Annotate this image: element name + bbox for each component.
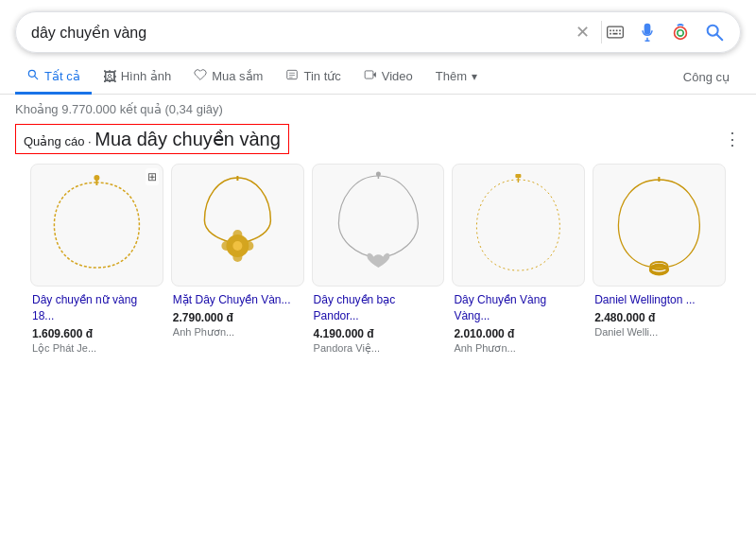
ad-label: Quảng cáo · Mua dây chuyền vàng — [24, 128, 281, 150]
product-image-3 — [313, 168, 444, 282]
svg-rect-6 — [613, 33, 618, 35]
keyboard-icon[interactable] — [606, 23, 625, 42]
product-info-4: Dây Chuyền Vàng Vàng... 2.010.000 đ Anh … — [452, 292, 585, 355]
product-shop-3: Pandora Việ... — [314, 342, 443, 355]
product-name-1: Dây chuyền nữ vàng 18... — [32, 292, 162, 324]
ad-more-icon[interactable]: ⋮ — [724, 129, 741, 149]
product-grid: ⊞ Dây chuyền nữ vàng 18... 1.609.600 đ L… — [15, 164, 741, 355]
product-image-wrap-1: ⊞ — [30, 164, 163, 287]
clear-icon[interactable]: ✕ — [576, 22, 590, 43]
product-price-2: 2.790.000 đ — [173, 311, 302, 324]
tab-shopping-label: Mua sắm — [212, 69, 263, 83]
product-card-5[interactable]: Daniel Wellington ... 2.480.000 đ Daniel… — [593, 164, 726, 355]
tab-shopping[interactable]: Mua sắm — [182, 61, 274, 95]
svg-point-11 — [678, 30, 683, 36]
shopping-icon — [194, 68, 207, 84]
svg-point-26 — [232, 241, 242, 251]
tools-button[interactable]: Công cụ — [672, 62, 741, 92]
product-price-5: 2.480.000 đ — [594, 311, 724, 324]
svg-point-29 — [221, 241, 231, 251]
product-image-4 — [453, 168, 584, 282]
svg-rect-20 — [365, 71, 373, 78]
ad-header: Quảng cáo · Mua dây chuyền vàng ⋮ — [15, 124, 741, 154]
svg-point-30 — [244, 241, 253, 251]
mic-icon[interactable] — [638, 23, 657, 42]
images-icon: 🖼 — [103, 69, 116, 84]
result-stats: Khoảng 9.770.000 kết quả (0,34 giây) — [0, 95, 756, 124]
expand-icon-1[interactable]: ⊞ — [146, 168, 159, 185]
product-card-4[interactable]: Dây Chuyền Vàng Vàng... 2.010.000 đ Anh … — [452, 164, 585, 355]
tab-images[interactable]: 🖼 Hình ảnh — [92, 61, 183, 95]
svg-rect-1 — [610, 30, 611, 32]
product-card-2[interactable]: Mặt Dây Chuyền Vàn... 2.790.000 đ Anh Ph… — [171, 164, 304, 355]
svg-point-27 — [232, 230, 242, 239]
tab-more[interactable]: Thêm ▾ — [424, 61, 489, 94]
product-image-wrap-3 — [312, 164, 445, 287]
product-info-1: Dây chuyền nữ vàng 18... 1.609.600 đ Lộc… — [30, 292, 163, 355]
tab-video-label: Video — [382, 69, 413, 83]
svg-rect-3 — [616, 30, 618, 32]
svg-point-32 — [375, 172, 380, 177]
product-image-wrap-2 — [171, 164, 304, 287]
search-icons — [606, 22, 725, 43]
tab-news[interactable]: Tin tức — [274, 61, 352, 95]
ad-label-box: Quảng cáo · Mua dây chuyền vàng — [15, 124, 289, 154]
tab-news-label: Tin tức — [303, 69, 340, 83]
svg-line-13 — [716, 34, 722, 40]
svg-rect-4 — [619, 30, 621, 32]
product-name-5: Daniel Wellington ... — [594, 292, 724, 308]
video-icon — [364, 68, 377, 84]
product-image-wrap-5 — [593, 164, 726, 287]
search-submit-icon[interactable] — [704, 22, 725, 43]
product-image-5 — [593, 168, 725, 282]
product-image-2 — [172, 168, 303, 282]
lens-icon[interactable] — [670, 22, 691, 43]
svg-rect-34 — [516, 174, 522, 178]
svg-point-23 — [94, 175, 99, 181]
ad-title: Mua dây chuyền vàng — [94, 129, 281, 149]
tab-all[interactable]: Tất cả — [15, 61, 92, 95]
ad-section: Quảng cáo · Mua dây chuyền vàng ⋮ ⊞ Dây … — [0, 124, 756, 362]
product-info-5: Daniel Wellington ... 2.480.000 đ Daniel… — [593, 292, 726, 338]
product-name-2: Mặt Dây Chuyền Vàn... — [173, 292, 302, 308]
svg-rect-0 — [608, 26, 624, 38]
svg-line-15 — [34, 76, 37, 78]
product-card-3[interactable]: Dây chuyền bạc Pandor... 4.190.000 đ Pan… — [312, 164, 445, 355]
search-area: dây chuyền vàng ✕ — [0, 0, 756, 53]
product-info-3: Dây chuyền bạc Pandor... 4.190.000 đ Pan… — [312, 292, 445, 355]
search-bar[interactable]: dây chuyền vàng ✕ — [15, 11, 741, 53]
product-price-1: 1.609.600 đ — [32, 327, 162, 340]
svg-point-28 — [232, 252, 242, 262]
tab-all-label: Tất cả — [44, 69, 80, 83]
product-shop-1: Lộc Phát Je... — [32, 342, 162, 355]
nav-tabs: Tất cả 🖼 Hình ảnh Mua sắm Tin tức Video … — [0, 57, 756, 95]
product-name-4: Dây Chuyền Vàng Vàng... — [454, 292, 583, 324]
product-card-1[interactable]: ⊞ Dây chuyền nữ vàng 18... 1.609.600 đ L… — [30, 164, 163, 355]
product-name-3: Dây chuyền bạc Pandor... — [314, 292, 443, 324]
divider — [601, 21, 602, 43]
svg-point-10 — [675, 27, 687, 40]
news-icon — [285, 68, 299, 84]
tab-more-label: Thêm — [436, 69, 467, 83]
tab-images-label: Hình ảnh — [121, 69, 172, 83]
product-shop-2: Anh Phươn... — [173, 326, 302, 339]
all-icon — [26, 68, 40, 84]
product-shop-4: Anh Phươn... — [454, 342, 583, 355]
more-chevron-icon: ▾ — [472, 70, 477, 83]
product-price-4: 2.010.000 đ — [454, 327, 583, 340]
product-image-1 — [31, 168, 163, 282]
search-input[interactable]: dây chuyền vàng — [31, 24, 576, 42]
product-image-wrap-4 — [452, 164, 585, 287]
product-shop-5: Daniel Welli... — [594, 326, 724, 338]
product-info-2: Mặt Dây Chuyền Vàn... 2.790.000 đ Anh Ph… — [171, 292, 304, 339]
svg-rect-5 — [610, 33, 611, 35]
product-price-3: 4.190.000 đ — [314, 327, 443, 340]
svg-rect-2 — [613, 30, 615, 32]
svg-rect-7 — [619, 33, 621, 35]
tab-video[interactable]: Video — [352, 61, 424, 95]
